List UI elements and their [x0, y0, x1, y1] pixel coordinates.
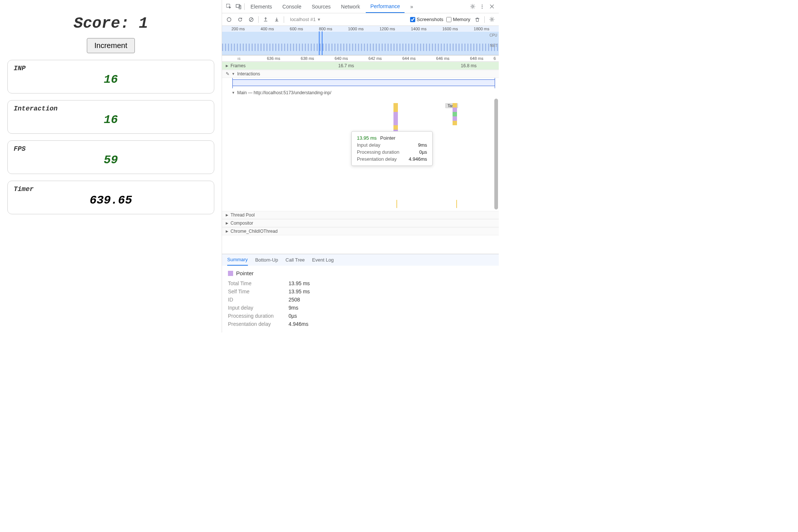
axis-tick: 1200 ms: [379, 27, 395, 31]
axis-tick: 1000 ms: [348, 27, 364, 31]
summary-swatch: [228, 271, 233, 276]
score-label: Score:: [74, 15, 139, 33]
score-value: 1: [139, 15, 148, 33]
tooltip-k: Input delay: [357, 142, 381, 148]
frames-track-header[interactable]: ▶ Frames 16.7 ms 16.8 ms: [222, 62, 499, 70]
childio-track-header[interactable]: ▶ Chrome_ChildIOThread: [222, 227, 499, 235]
overview-selection[interactable]: [319, 31, 323, 55]
divider: [284, 16, 284, 23]
overview-net-strip: [222, 44, 499, 51]
upload-icon[interactable]: [262, 16, 270, 24]
summary-k: Self Time: [228, 289, 283, 294]
reload-icon[interactable]: [236, 16, 244, 24]
chevron-right-icon: ▶: [226, 229, 228, 233]
overview-timeline[interactable]: 200 ms 400 ms 600 ms 800 ms 1000 ms 1200…: [222, 26, 499, 55]
axis-tick: 1800 ms: [474, 27, 489, 31]
chevron-right-icon: ▶: [226, 221, 228, 225]
axis-tick: 800 ms: [319, 27, 332, 31]
perf-toolbar: localhost #1 ▾ Screenshots Memory: [222, 13, 499, 26]
scrollbar[interactable]: [494, 62, 498, 217]
gear-icon[interactable]: [468, 3, 477, 11]
divider: [484, 16, 485, 23]
kebab-icon[interactable]: [478, 3, 486, 11]
download-icon[interactable]: [273, 16, 281, 24]
childio-label: Chrome_ChildIOThread: [231, 229, 277, 234]
inspect-icon[interactable]: [225, 3, 233, 11]
metric-value: 16: [14, 113, 208, 127]
metric-label: Interaction: [14, 105, 208, 112]
flame-chart[interactable]: ▶ Frames 16.7 ms 16.8 ms ✎ ▼ Interaction…: [222, 62, 499, 254]
svg-point-6: [482, 8, 482, 8]
metric-interaction-card: Interaction 16: [7, 100, 214, 134]
devtools-top-tabs: Elements Console Sources Network Perform…: [222, 0, 499, 13]
summary-v: 0µs: [289, 313, 297, 319]
divider: [244, 3, 245, 10]
threadpool-track-header[interactable]: ▶ Thread Pool: [222, 211, 499, 219]
summary-v: 13.95 ms: [289, 280, 310, 286]
svg-point-5: [482, 6, 482, 7]
compositor-track-header[interactable]: ▶ Compositor: [222, 219, 499, 227]
main-track-header[interactable]: ▼ Main — http://localhost:5173/understan…: [222, 89, 499, 96]
profile-select-label: localhost #1: [290, 17, 316, 22]
ruler-tick: 648 ms: [460, 56, 494, 61]
tab-console[interactable]: Console: [278, 0, 306, 13]
gear-icon[interactable]: [488, 16, 496, 24]
frame-value-2: 16.8 ms: [461, 63, 477, 68]
scrollbar-thumb[interactable]: [494, 99, 498, 209]
chevron-down-icon: ▾: [318, 17, 320, 22]
summary-k: Processing duration: [228, 313, 283, 319]
interaction-bar[interactable]: [232, 79, 495, 86]
tab-sources[interactable]: Sources: [307, 0, 335, 13]
detail-tab-summary[interactable]: Summary: [227, 254, 248, 266]
tooltip-v: 0µs: [419, 149, 427, 155]
interactions-track-header[interactable]: ✎ ▼ Interactions: [222, 70, 499, 78]
ruler-tick: 636 ms: [257, 56, 291, 61]
interaction-tooltip: 13.95 ms Pointer Input delay9ms Processi…: [351, 131, 433, 166]
summary-title: Pointer: [236, 270, 254, 276]
metric-timer-card: Timer 639.65: [7, 181, 214, 214]
chevron-down-icon: ▼: [232, 72, 235, 76]
screenshots-checkbox[interactable]: Screenshots: [410, 17, 443, 22]
memory-checkbox[interactable]: Memory: [446, 17, 470, 22]
summary-title-row: Pointer: [228, 270, 493, 276]
summary-k: Total Time: [228, 280, 283, 286]
detail-tabs: Summary Bottom-Up Call Tree Event Log: [222, 254, 499, 266]
gc-icon[interactable]: [473, 16, 481, 24]
flame-stack[interactable]: [453, 103, 457, 125]
ruler-tick: 642 ms: [358, 56, 392, 61]
flame-bar[interactable]: [456, 200, 457, 208]
metric-value: 59: [14, 153, 208, 167]
tab-network[interactable]: Network: [337, 0, 364, 13]
summary-panel: Pointer Total Time13.95 ms Self Time13.9…: [222, 266, 499, 332]
detail-tab-calltree[interactable]: Call Tree: [286, 257, 305, 263]
detail-tab-bottomup[interactable]: Bottom-Up: [255, 257, 278, 263]
axis-tick: 600 ms: [290, 27, 303, 31]
chevron-down-icon: ▼: [232, 91, 235, 95]
overview-axis: 200 ms 400 ms 600 ms 800 ms 1000 ms 1200…: [222, 26, 499, 32]
metric-label: FPS: [14, 145, 208, 153]
close-icon[interactable]: [488, 3, 496, 11]
summary-k: Presentation delay: [228, 321, 283, 327]
tab-more[interactable]: »: [406, 0, 418, 13]
detail-tab-eventlog[interactable]: Event Log: [312, 257, 334, 263]
profile-select[interactable]: localhost #1 ▾: [287, 16, 323, 23]
svg-point-4: [482, 4, 482, 5]
tab-performance[interactable]: Performance: [366, 0, 404, 13]
detail-ruler[interactable]: ıs 636 ms 638 ms 640 ms 642 ms 644 ms 64…: [222, 55, 499, 62]
score-title: Score: 1: [7, 15, 214, 33]
devtools-pane: Elements Console Sources Network Perform…: [222, 0, 499, 332]
interactions-label: Interactions: [237, 71, 260, 76]
compositor-label: Compositor: [231, 221, 253, 226]
tab-elements[interactable]: Elements: [246, 0, 276, 13]
flame-bar[interactable]: [396, 200, 397, 208]
tooltip-v: 4.946ms: [409, 156, 427, 162]
frame-value-1: 16.7 ms: [338, 63, 354, 68]
increment-button[interactable]: Increment: [87, 38, 135, 53]
svg-point-9: [491, 18, 493, 20]
metric-value: 16: [14, 73, 208, 86]
record-icon[interactable]: [225, 16, 233, 24]
clear-icon[interactable]: [247, 16, 255, 24]
tooltip-k: Presentation delay: [357, 156, 397, 162]
threadpool-label: Thread Pool: [231, 212, 255, 218]
device-toggle-icon[interactable]: [235, 3, 243, 11]
